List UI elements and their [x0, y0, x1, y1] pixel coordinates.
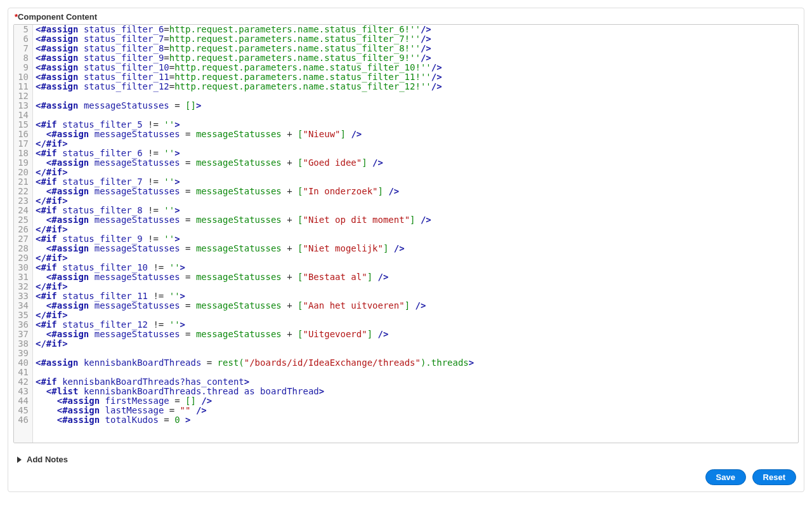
code-line[interactable]: <#assign messageStatusses = messageStatu…	[36, 272, 796, 282]
button-row: Save Reset	[13, 469, 799, 485]
line-number: 39	[16, 349, 29, 358]
line-number: 23	[16, 196, 29, 206]
line-number: 37	[16, 330, 29, 339]
code-line[interactable]: <#if status_filter_8 != ''>	[36, 206, 796, 215]
code-line[interactable]: </#if>	[36, 282, 796, 291]
code-line[interactable]: <#if status_filter_7 != ''>	[36, 177, 796, 187]
code-line[interactable]: <#list kennisbankBoardThreads.thread as …	[36, 387, 796, 396]
code-editor[interactable]: 5678910111213141516171819202122232425262…	[13, 24, 799, 443]
line-number: 36	[16, 320, 29, 330]
code-line[interactable]: <#assign kennisbankBoardThreads = rest("…	[36, 358, 796, 368]
code-line[interactable]: </#if>	[36, 253, 796, 263]
code-line[interactable]: <#assign messageStatusses = messageStatu…	[36, 215, 796, 225]
code-line[interactable]: <#assign status_filter_8=http.request.pa…	[36, 44, 796, 53]
code-line[interactable]: <#if status_filter_5 != ''>	[36, 120, 796, 130]
line-number: 41	[16, 368, 29, 377]
line-number: 24	[16, 206, 29, 215]
line-number: 46	[16, 415, 29, 425]
line-number: 15	[16, 120, 29, 130]
code-line[interactable]: </#if>	[36, 225, 796, 234]
code-line[interactable]: <#assign status_filter_9=http.request.pa…	[36, 53, 796, 63]
code-line[interactable]: <#assign messageStatusses = messageStatu…	[36, 187, 796, 196]
code-line[interactable]: <#assign firstMessage = [] />	[36, 396, 796, 406]
code-line[interactable]	[36, 110, 796, 120]
line-number: 42	[16, 377, 29, 387]
code-line[interactable]: <#if status_filter_10 != ''>	[36, 263, 796, 272]
code-line[interactable]: <#assign messageStatusses = messageStatu…	[36, 330, 796, 339]
line-number: 7	[16, 44, 29, 53]
line-number: 20	[16, 168, 29, 177]
add-notes-label: Add Notes	[27, 455, 68, 464]
code-line[interactable]: <#if kennisbankBoardThreads?has_content>	[36, 377, 796, 387]
code-line[interactable]	[36, 368, 796, 377]
line-number: 44	[16, 396, 29, 406]
code-line[interactable]: <#if status_filter_6 != ''>	[36, 149, 796, 158]
code-line[interactable]: <#assign status_filter_6=http.request.pa…	[36, 25, 796, 34]
line-number: 38	[16, 339, 29, 349]
line-number: 43	[16, 387, 29, 396]
code-line[interactable]: </#if>	[36, 168, 796, 177]
code-line[interactable]: <#if status_filter_11 != ''>	[36, 291, 796, 301]
code-line[interactable]: <#assign status_filter_11=http.request.p…	[36, 72, 796, 82]
line-number: 10	[16, 72, 29, 82]
line-number: 5	[16, 25, 29, 34]
code-line[interactable]: <#assign messageStatusses = messageStatu…	[36, 130, 796, 139]
line-number: 32	[16, 282, 29, 291]
line-number: 25	[16, 215, 29, 225]
code-line[interactable]: <#assign status_filter_10=http.request.p…	[36, 63, 796, 72]
code-line[interactable]: </#if>	[36, 139, 796, 149]
code-line[interactable]: </#if>	[36, 311, 796, 320]
disclosure-triangle-icon	[17, 457, 22, 463]
line-number: 18	[16, 149, 29, 158]
code-line[interactable]: </#if>	[36, 339, 796, 349]
line-number: 33	[16, 291, 29, 301]
section-title: Component Content	[18, 12, 97, 22]
code-line[interactable]: </#if>	[36, 196, 796, 206]
component-content-panel: *Component Content 567891011121314151617…	[8, 8, 804, 492]
line-number: 35	[16, 311, 29, 320]
line-number: 6	[16, 34, 29, 44]
code-line[interactable]: <#assign status_filter_7=http.request.pa…	[36, 34, 796, 44]
line-number: 16	[16, 130, 29, 139]
line-number: 22	[16, 187, 29, 196]
code-line[interactable]: <#if status_filter_12 != ''>	[36, 320, 796, 330]
line-number: 30	[16, 263, 29, 272]
code-line[interactable]: <#assign messageStatusses = messageStatu…	[36, 244, 796, 253]
line-number: 9	[16, 63, 29, 72]
code-line[interactable]: <#assign totalKudos = 0 >	[36, 415, 796, 425]
line-number: 19	[16, 158, 29, 168]
code-line[interactable]: <#assign messageStatusses = messageStatu…	[36, 301, 796, 311]
line-number: 31	[16, 272, 29, 282]
line-number: 40	[16, 358, 29, 368]
line-number: 11	[16, 82, 29, 91]
line-number: 14	[16, 110, 29, 120]
reset-button[interactable]: Reset	[752, 469, 796, 485]
line-number: 26	[16, 225, 29, 234]
code-line[interactable]: <#assign messageStatusses = []>	[36, 101, 796, 110]
line-number: 27	[16, 234, 29, 244]
save-button[interactable]: Save	[705, 469, 746, 485]
line-number: 8	[16, 53, 29, 63]
code-area[interactable]: <#assign status_filter_6=http.request.pa…	[33, 25, 798, 443]
code-line[interactable]: <#assign status_filter_12=http.request.p…	[36, 82, 796, 91]
line-number: 34	[16, 301, 29, 311]
line-number: 28	[16, 244, 29, 253]
line-number: 21	[16, 177, 29, 187]
code-line[interactable]	[36, 91, 796, 101]
code-line[interactable]: <#assign messageStatusses = messageStatu…	[36, 158, 796, 168]
line-number-gutter: 5678910111213141516171819202122232425262…	[14, 25, 33, 443]
line-number: 29	[16, 253, 29, 263]
add-notes-toggle[interactable]: Add Notes	[17, 455, 799, 464]
code-line[interactable]: <#if status_filter_9 != ''>	[36, 234, 796, 244]
line-number: 13	[16, 101, 29, 110]
section-label: *Component Content	[15, 12, 799, 22]
code-line[interactable]	[36, 349, 796, 358]
code-line[interactable]: <#assign lastMessage = "" />	[36, 406, 796, 415]
line-number: 17	[16, 139, 29, 149]
line-number: 45	[16, 406, 29, 415]
line-number: 12	[16, 91, 29, 101]
